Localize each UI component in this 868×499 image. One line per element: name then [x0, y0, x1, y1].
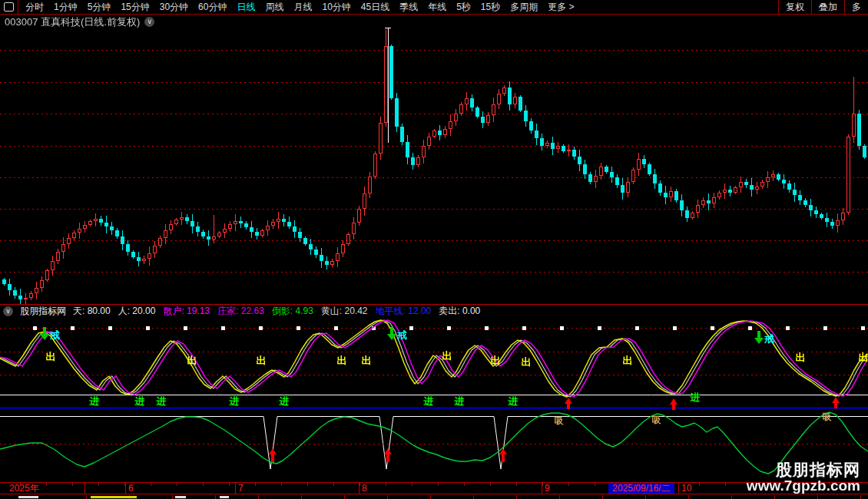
menu-item-16[interactable]: 更多 > — [548, 0, 574, 14]
menu-item-7[interactable]: 周线 — [265, 0, 283, 14]
sliver-tick — [86, 495, 87, 499]
axis-tick — [307, 483, 308, 486]
axis-month-label: 9 — [545, 484, 550, 493]
sliver-text-fragment — [175, 496, 186, 498]
axis-tick — [333, 483, 334, 486]
menu-item-1[interactable]: 1分钟 — [54, 0, 78, 14]
menu-item-11[interactable]: 季线 — [399, 0, 418, 14]
sliver-tick — [731, 495, 732, 499]
sliver-tick — [430, 495, 431, 499]
axis-tick — [490, 483, 491, 486]
indicator-field-1: 人: 20.00 — [118, 305, 156, 318]
sliver-tick — [860, 495, 861, 499]
axis-month-label: 10 — [681, 484, 691, 493]
axis-month-line — [235, 483, 236, 494]
axis-tick — [98, 483, 99, 486]
menu-item-9[interactable]: 10分钟 — [322, 0, 350, 14]
indicator-header: ∨ 股朋指标网 天: 80.00人: 20.00散户: 19.13庄家: 22.… — [0, 304, 868, 317]
bottom-toolbar-sliver — [0, 495, 868, 499]
axis-month-label: 7 — [238, 484, 244, 493]
axis-tick — [699, 483, 700, 486]
axis-tick — [20, 483, 21, 486]
sliver-tick — [774, 495, 775, 499]
sliver-tick — [215, 495, 216, 499]
menu-item-14[interactable]: 15秒 — [481, 0, 500, 14]
axis-month-line — [678, 483, 679, 494]
axis-month-label: 8 — [362, 484, 367, 493]
axis-tick — [124, 483, 125, 486]
menu-item-0[interactable]: 分时 — [25, 0, 44, 14]
sliver-tick — [688, 495, 689, 499]
sliver-tick — [516, 495, 517, 499]
menu-right-item-1[interactable]: 叠加 — [811, 0, 844, 14]
menu-item-2[interactable]: 5分钟 — [88, 0, 111, 14]
menu-right-group: 复权叠加多 — [778, 0, 868, 14]
stock-titlebar: 003007 直真科技(日线.前复权) ∨ — [5, 16, 154, 28]
axis-month-line — [84, 483, 85, 494]
indicator-field-3: 庄家: 22.63 — [217, 305, 264, 318]
period-menu-items: 分时1分钟5分钟15分钟30分钟60分钟日线周线月线10分钟45日线季线年线5秒… — [18, 0, 778, 14]
menu-item-13[interactable]: 5秒 — [456, 0, 471, 14]
sliver-tick — [473, 495, 474, 499]
sliver-tick — [301, 495, 302, 499]
menu-item-10[interactable]: 45日线 — [361, 0, 389, 14]
axis-tick — [568, 483, 569, 486]
menu-right-item-0[interactable]: 复权 — [778, 0, 811, 14]
axis-tick — [542, 483, 543, 486]
menu-item-8[interactable]: 月线 — [293, 0, 312, 14]
sliver-tick — [645, 495, 646, 499]
stock-title: 003007 直真科技(日线.前复权) — [5, 15, 140, 29]
axis-tick — [229, 483, 230, 486]
menu-item-6[interactable]: 日线 — [237, 0, 255, 14]
axis-tick — [412, 483, 412, 486]
sliver-text-fragment — [91, 496, 137, 498]
date-axis: 2025年 6789102025/09/16/二 — [0, 482, 868, 494]
trading-app-window: { "menu": { "items": [ {"label":"分时","ac… — [0, 0, 868, 499]
app-window-icon[interactable] — [0, 0, 18, 14]
menu-item-12[interactable]: 年线 — [428, 0, 446, 14]
indicator-source-label: 股朋指标网 — [20, 305, 66, 318]
sliver-tick — [172, 495, 173, 499]
indicator-field-2: 散户: 19.13 — [163, 305, 210, 318]
axis-tick — [386, 483, 386, 486]
axis-tick — [438, 483, 439, 486]
axis-tick — [725, 483, 726, 486]
watermark: 股朋指标网 www.7gpzb.com — [747, 461, 860, 494]
sliver-tick — [344, 495, 345, 499]
indicator-field-5: 黄山: 20.42 — [321, 305, 368, 318]
kline-and-indicator-canvas[interactable] — [0, 0, 868, 482]
axis-tick — [46, 483, 47, 486]
indicator-fields: 天: 80.00人: 20.00散户: 19.13庄家: 22.63倒影: 4.… — [73, 305, 480, 318]
axis-month-label: 6 — [128, 484, 134, 493]
axis-tick — [595, 483, 595, 486]
menu-item-3[interactable]: 15分钟 — [121, 0, 149, 14]
axis-tick — [464, 483, 465, 486]
window-glyph-icon — [4, 2, 14, 12]
watermark-url: www.7gpzb.com — [747, 478, 860, 494]
watermark-site-name: 股朋指标网 — [747, 461, 860, 478]
period-menubar: 分时1分钟5分钟15分钟30分钟60分钟日线周线月线10分钟45日线季线年线5秒… — [0, 0, 868, 15]
sliver-tick — [258, 495, 259, 499]
sliver-tick — [559, 495, 560, 499]
menu-item-15[interactable]: 多周期 — [510, 0, 538, 14]
axis-tick — [203, 483, 204, 486]
indicator-chevron-icon[interactable]: ∨ — [3, 306, 13, 316]
sliver-tick — [817, 495, 818, 499]
axis-tick — [255, 483, 256, 486]
sliver-tick — [602, 495, 603, 499]
axis-tick — [516, 483, 517, 486]
indicator-field-4: 倒影: 4.93 — [272, 305, 313, 318]
axis-tick — [151, 483, 151, 486]
axis-month-line — [125, 483, 126, 494]
menu-item-5[interactable]: 60分钟 — [198, 0, 227, 14]
menu-right-item-2[interactable]: 多 — [844, 0, 868, 14]
title-chevron-icon[interactable]: ∨ — [144, 17, 154, 27]
sliver-text-fragment — [18, 496, 38, 498]
axis-tick — [72, 483, 73, 486]
indicator-field-0: 天: 80.00 — [73, 305, 111, 318]
axis-tick — [177, 483, 177, 486]
sliver-text-fragment — [220, 496, 229, 498]
cursor-date-box: 2025/09/16/二 — [608, 483, 674, 494]
menu-item-4[interactable]: 30分钟 — [160, 0, 188, 14]
axis-year-label: 2025年 — [9, 484, 39, 493]
